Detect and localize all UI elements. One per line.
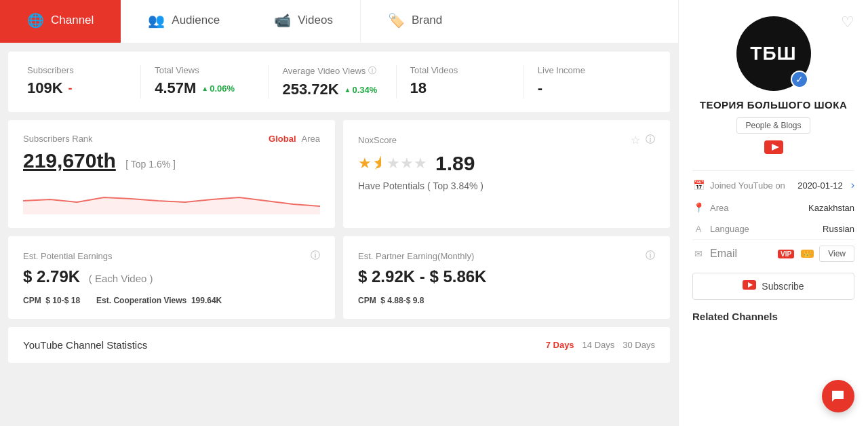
view-email-button[interactable]: View (819, 246, 854, 262)
stats-bar: Subscribers 109K - Total Views 4.57M 0.0… (8, 52, 670, 112)
tab-videos-label: Videos (298, 14, 333, 27)
stat-total-videos-value: 18 (410, 79, 510, 97)
youtube-link[interactable] (764, 140, 783, 158)
nox-score-value: 1.89 (435, 152, 475, 175)
info-row-language: A Language Russian (692, 218, 854, 239)
card-partner-earnings: Est. Partner Earning(Monthly) ⓘ $ 2.92K … (343, 236, 670, 319)
info-row-area: 📍 Area Kazakhstan (692, 197, 854, 218)
info-row-joined: 📅 Joined YouTube on 2020-01-12 › (692, 174, 854, 197)
partner-earnings-footer: CPM $ 4.88-$ 9.8 (358, 296, 655, 305)
tab-bar: 🌐 Channel 👥 Audience 📹 Videos 🏷️ Brand (0, 0, 678, 43)
joined-arrow: › (851, 179, 854, 191)
videos-icon: 📹 (274, 12, 291, 28)
email-row: ✉ Email VIP 👑 View (692, 239, 854, 267)
avatar-wrap: ТБШ ✓ (736, 16, 811, 91)
location-icon: 📍 (692, 202, 705, 213)
cpm-item: CPM $ 10-$ 18 (23, 296, 80, 305)
favorite-icon[interactable]: ♡ (841, 14, 854, 31)
subscribe-label: Subscribe (762, 281, 804, 292)
partner-cpm-item: CPM $ 4.88-$ 9.8 (358, 296, 424, 305)
subscribe-yt-icon (743, 280, 756, 292)
stat-total-videos-label: Total Videos (410, 65, 510, 75)
tab-audience[interactable]: 👥 Audience (121, 0, 247, 43)
audience-icon: 👥 (148, 12, 165, 28)
brand-icon: 🏷️ (388, 12, 405, 28)
tab-videos[interactable]: 📹 Videos (247, 0, 361, 43)
bottom-bar: YouTube Channel Statistics 7 Days 14 Day… (8, 327, 670, 363)
card-subscribers-rank-header: Subscribers Rank Global Area (23, 134, 320, 144)
related-title: Related Channels (692, 311, 854, 322)
subscribe-button[interactable]: Subscribe (692, 273, 854, 300)
stat-subscribers-value: 109K - (27, 79, 127, 97)
time-tab-7[interactable]: 7 Days (546, 340, 574, 350)
nox-potential-text: Have Potentials ( Top 3.84% ) (358, 180, 655, 191)
bottom-title: YouTube Channel Statistics (23, 339, 147, 351)
potential-earnings-footer: CPM $ 10-$ 18 Est. Cooperation Views 199… (23, 296, 320, 305)
language-icon: A (692, 224, 705, 234)
joined-value: 2020-01-12 (797, 180, 843, 191)
stat-live-income-value: - (538, 79, 637, 97)
language-value: Russian (823, 224, 854, 234)
info-section: 📅 Joined YouTube on 2020-01-12 › 📍 Area … (692, 168, 854, 267)
tab-channel-label: Channel (51, 14, 94, 27)
avg-views-change: 0.34% (344, 85, 378, 95)
vip-badge: VIP (778, 250, 794, 258)
calendar-icon: 📅 (692, 180, 705, 191)
email-icon: ✉ (692, 248, 705, 259)
star-1: ★ (358, 155, 372, 172)
stat-total-views-label: Total Views (155, 65, 254, 75)
star-3: ★ (387, 155, 400, 172)
tab-audience-label: Audience (172, 14, 220, 27)
star-icon: ☆ (631, 134, 640, 147)
stat-total-views: Total Views 4.57M 0.06% (140, 65, 268, 98)
info-icon-nox: ⓘ (646, 134, 655, 147)
language-label: Language (710, 224, 817, 234)
rank-top-pct: [ Top 1.6% ] (125, 159, 176, 170)
potential-earnings-sub: ( Each Video ) (89, 273, 153, 284)
avatar-text: ТБШ (750, 43, 796, 64)
sparkline-chart (23, 180, 320, 214)
star-4: ★ (400, 155, 414, 172)
info-icon-avg: ⓘ (368, 65, 376, 77)
nox-score-icons: ☆ ⓘ (631, 134, 655, 147)
time-tab-14[interactable]: 14 Days (583, 340, 615, 350)
tab-brand[interactable]: 🏷️ Brand (361, 0, 469, 43)
rank-tabs: Global Area (269, 134, 320, 144)
star-2: ⯨ (372, 155, 387, 172)
card-nox-score: NoxScore ☆ ⓘ ★ ⯨ ★ ★ ★ 1.89 Have Potenti… (343, 120, 670, 228)
area-label: Area (710, 203, 803, 213)
card-nox-score-header: NoxScore ☆ ⓘ (358, 134, 655, 147)
stat-avg-views-value: 253.72K 0.34% (282, 81, 382, 98)
verified-badge: ✓ (791, 71, 808, 88)
rank-tab-area[interactable]: Area (302, 134, 320, 144)
category-badge[interactable]: People & Blogs (736, 117, 810, 134)
channel-icon: 🌐 (27, 12, 44, 28)
stat-subscribers: Subscribers 109K - (27, 65, 140, 98)
info-icon-partner: ⓘ (646, 250, 655, 262)
partner-earnings-value: $ 2.92K - $ 5.86K (358, 267, 655, 286)
tab-channel[interactable]: 🌐 Channel (0, 0, 121, 43)
area-value: Kazakhstan (808, 203, 854, 213)
info-divider-1 (692, 170, 854, 171)
cards-grid: Subscribers Rank Global Area 219,670th [… (8, 120, 670, 319)
rank-value: 219,670th (23, 149, 116, 172)
chat-bubble[interactable] (822, 380, 854, 412)
stat-live-income: Live Income - (524, 65, 651, 98)
card-potential-earnings: Est. Potential Earnings ⓘ $ 2.79K ( Each… (8, 236, 335, 319)
stars-row: ★ ⯨ ★ ★ ★ 1.89 (358, 152, 655, 175)
potential-earnings-value: $ 2.79K ( Each Video ) (23, 267, 320, 286)
sidebar: ♡ ТБШ ✓ ТЕОРИЯ БОЛЬШОГО ШОКА People & Bl… (678, 0, 868, 426)
rank-tab-global[interactable]: Global (269, 134, 296, 144)
stat-avg-video-views: Average Video Views ⓘ 253.72K 0.34% (268, 65, 395, 98)
related-section: Related Channels (692, 311, 854, 322)
card-potential-earnings-header: Est. Potential Earnings ⓘ (23, 250, 320, 262)
time-tab-30[interactable]: 30 Days (623, 340, 655, 350)
crown-badge: 👑 (801, 250, 814, 258)
card-partner-earnings-header: Est. Partner Earning(Monthly) ⓘ (358, 250, 655, 262)
star-5: ★ (414, 155, 427, 172)
stat-total-views-value: 4.57M 0.06% (155, 79, 254, 97)
total-views-change: 0.06% (201, 83, 235, 94)
stat-total-videos: Total Videos 18 (396, 65, 524, 98)
channel-name: ТЕОРИЯ БОЛЬШОГО ШОКА (700, 99, 848, 111)
joined-label: Joined YouTube on (710, 180, 792, 191)
